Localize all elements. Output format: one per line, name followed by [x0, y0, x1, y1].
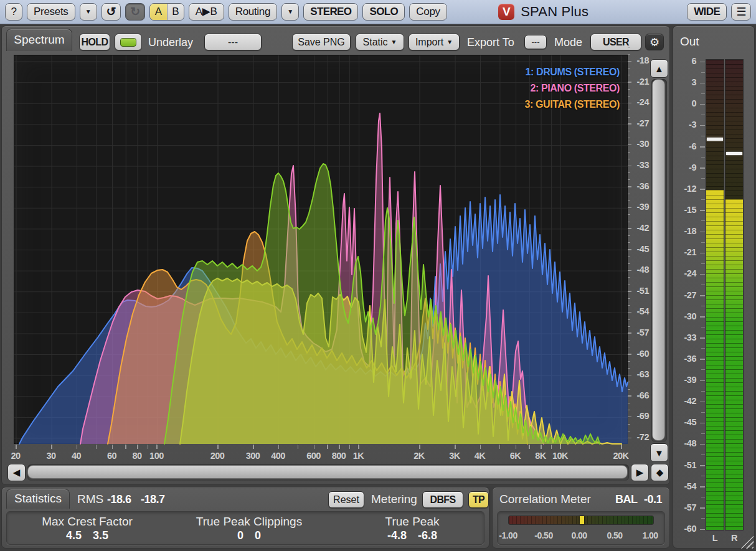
- tp-button[interactable]: TP: [468, 491, 489, 508]
- ab-a-button[interactable]: A: [150, 4, 167, 20]
- db-minor-tick: [628, 110, 630, 110]
- vertical-scroll-thumb[interactable]: [652, 79, 665, 441]
- db-minor-tick: [628, 68, 630, 68]
- db-label: -45: [633, 244, 649, 254]
- scroll-right-button[interactable]: ▶: [631, 464, 649, 481]
- stat-values-1: 00: [168, 529, 330, 542]
- scroll-left-button[interactable]: ◀: [7, 464, 26, 481]
- freq-tick: [148, 445, 149, 449]
- mode-label: Mode: [554, 36, 582, 49]
- vertical-scrollbar[interactable]: [651, 79, 667, 442]
- db-tick: [628, 270, 631, 271]
- freq-tick: [541, 445, 542, 449]
- meter-tick: [700, 507, 705, 509]
- meter-minor-tick: [701, 93, 705, 94]
- routing-dropdown-icon[interactable]: ▼: [281, 3, 299, 21]
- a-to-b-button[interactable]: A▶B: [189, 3, 224, 21]
- db-minor-tick: [628, 200, 630, 201]
- scroll-up-button[interactable]: ▲: [650, 59, 668, 78]
- db-label: -60: [633, 349, 649, 359]
- db-minor-tick: [628, 326, 630, 327]
- wide-button[interactable]: WIDE: [687, 3, 727, 21]
- copy-button[interactable]: Copy: [409, 3, 447, 21]
- freq-label: 20K: [608, 451, 633, 461]
- correlation-scale-label: -1.00: [493, 530, 523, 540]
- underlay-value-button[interactable]: ---: [204, 34, 262, 50]
- db-label: -69: [633, 411, 649, 421]
- undo-icon[interactable]: ↺: [102, 3, 121, 21]
- db-minor-tick: [628, 159, 630, 159]
- freq-tick: [339, 445, 340, 449]
- ab-b-button[interactable]: B: [167, 4, 184, 20]
- meter-minor-tick: [701, 369, 705, 370]
- spectrum-plot[interactable]: 1: DRUMS (STEREO)2: PIANO (STEREO)3: GUI…: [14, 55, 628, 444]
- app-title: SPAN Plus: [521, 4, 588, 20]
- db-minor-tick: [628, 424, 630, 425]
- freq-tick: [51, 445, 52, 449]
- meter-scale-label: -48: [673, 438, 696, 448]
- db-minor-tick: [628, 403, 630, 403]
- meter-scale-label: -57: [673, 502, 696, 512]
- correlation-scale-label: -0.50: [529, 530, 559, 540]
- stat-header-2: True Peak: [331, 515, 493, 529]
- db-tick: [628, 103, 631, 104]
- redo-icon[interactable]: ↻: [125, 3, 145, 21]
- horizontal-scroll-thumb[interactable]: [27, 465, 628, 479]
- meter-minor-tick: [701, 412, 705, 413]
- solo-button[interactable]: SOLO: [362, 3, 405, 21]
- meter-tick: [700, 104, 705, 105]
- freq-label: 100: [144, 451, 169, 461]
- frequency-axis: 20304060801002003004006008001K2K3K4K6K8K…: [0, 444, 648, 463]
- db-label: -57: [633, 327, 649, 337]
- hold-button[interactable]: HOLD: [79, 34, 110, 50]
- zoom-reset-button[interactable]: ◆: [651, 464, 669, 481]
- db-minor-tick: [628, 179, 630, 180]
- db-minor-tick: [628, 214, 630, 215]
- chevron-down-icon: ▼: [447, 39, 453, 45]
- mode-value-button[interactable]: USER: [590, 34, 641, 50]
- meter-tick: [700, 189, 705, 190]
- scroll-down-button[interactable]: ▼: [650, 443, 668, 462]
- freq-label: 30: [39, 451, 64, 461]
- reset-button[interactable]: Reset: [328, 491, 364, 508]
- help-button[interactable]: ?: [5, 3, 22, 21]
- menu-icon[interactable]: ☰: [731, 3, 751, 21]
- db-minor-tick: [628, 347, 630, 347]
- freq-label: 40: [64, 451, 89, 461]
- horizontal-scrollbar[interactable]: [27, 464, 629, 481]
- meter-minor-tick: [701, 497, 705, 497]
- correlation-scale-label: 1.00: [635, 530, 665, 540]
- freq-tick: [314, 445, 315, 449]
- freq-tick: [16, 445, 17, 449]
- stereo-button[interactable]: STEREO: [303, 3, 358, 21]
- freq-tick: [327, 445, 328, 449]
- tab-out[interactable]: Out: [680, 35, 699, 49]
- freq-label: 60: [100, 451, 125, 461]
- presets-dropdown-icon[interactable]: ▼: [80, 3, 97, 21]
- meter-minor-tick: [701, 115, 705, 115]
- routing-button[interactable]: Routing: [229, 3, 278, 21]
- tab-statistics[interactable]: Statistics: [6, 489, 70, 509]
- save-png-button[interactable]: Save PNG: [292, 34, 351, 50]
- meter-tick: [700, 380, 705, 382]
- export-to-value-button[interactable]: ---: [524, 35, 547, 49]
- import-dropdown[interactable]: Import ▼: [409, 34, 460, 50]
- presets-button[interactable]: Presets: [27, 3, 75, 21]
- meter-tick: [700, 316, 705, 318]
- out-meter-scale: 630-3-6-9-12-15-18-21-24-27-30-33-36-39-…: [673, 55, 706, 540]
- meter-scale-label: -36: [673, 354, 696, 364]
- db-tick: [628, 438, 631, 439]
- meter-tick: [700, 125, 705, 126]
- static-dropdown[interactable]: Static ▼: [356, 34, 404, 50]
- meter-scale-label: -33: [673, 332, 696, 342]
- db-label: -24: [633, 97, 649, 107]
- tab-spectrum[interactable]: Spectrum: [6, 29, 72, 51]
- meter-tick: [700, 167, 705, 169]
- freq-label: 10K: [547, 451, 572, 461]
- db-minor-tick: [628, 305, 630, 306]
- db-minor-tick: [628, 382, 630, 382]
- dbfs-button[interactable]: DBFS: [422, 491, 463, 508]
- underlay-led-button[interactable]: [115, 34, 142, 50]
- meter-tick: [700, 232, 705, 233]
- gear-icon[interactable]: ⚙: [645, 34, 664, 50]
